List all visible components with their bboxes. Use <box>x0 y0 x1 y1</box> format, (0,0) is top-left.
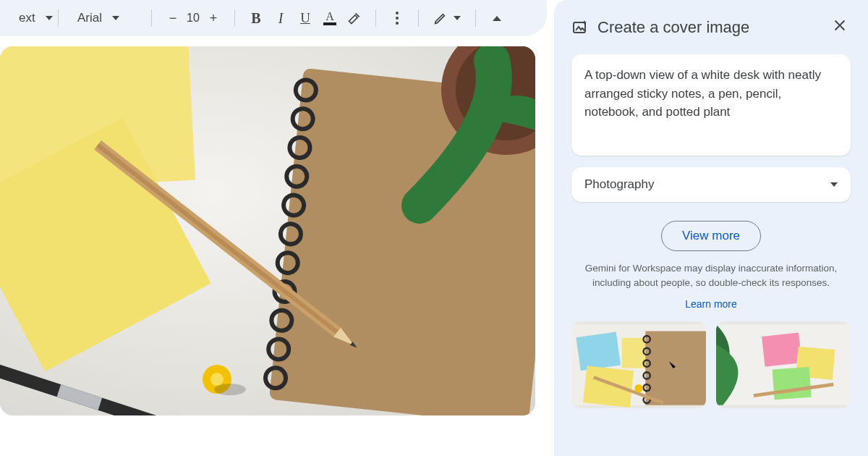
style-selected-label: Photography <box>584 177 654 192</box>
kebab-icon <box>396 12 399 25</box>
paragraph-style-dropdown[interactable]: ext <box>10 11 48 25</box>
font-size-value[interactable]: 10 <box>185 6 201 30</box>
svg-rect-32 <box>576 332 621 371</box>
chevron-down-icon <box>46 16 53 20</box>
create-cover-panel: Create a cover image A top-down view of … <box>554 0 868 456</box>
formatting-toolbar: ext Arial − 10 + B I U A <box>0 0 547 36</box>
learn-more-link[interactable]: Learn more <box>571 298 851 310</box>
view-more-button[interactable]: View more <box>661 221 761 251</box>
collapse-toolbar-button[interactable] <box>486 6 508 30</box>
generated-thumbnails <box>571 321 851 408</box>
pencil-icon <box>433 11 448 25</box>
highlighter-icon <box>347 11 362 25</box>
document-canvas <box>0 36 547 456</box>
svg-point-43 <box>634 384 642 392</box>
svg-rect-47 <box>773 366 812 399</box>
paragraph-style-label: ext <box>14 11 40 25</box>
chevron-down-icon <box>454 16 461 20</box>
thumbnail-1[interactable] <box>571 321 706 408</box>
close-button[interactable] <box>829 13 851 41</box>
svg-point-29 <box>214 384 246 395</box>
svg-rect-45 <box>762 332 801 366</box>
increase-font-size-button[interactable]: + <box>203 6 224 30</box>
text-color-letter: A <box>326 12 334 22</box>
chevron-up-icon <box>493 16 501 21</box>
decrease-font-size-button[interactable]: − <box>162 6 184 30</box>
svg-point-28 <box>210 373 224 386</box>
thumbnail-2[interactable] <box>716 321 851 408</box>
svg-rect-35 <box>645 331 706 405</box>
more-options-button[interactable] <box>386 6 408 30</box>
prompt-text: A top-down view of a white desk with nea… <box>584 66 838 122</box>
toolbar-separator <box>375 9 376 27</box>
toolbar-separator <box>151 9 152 27</box>
editing-mode-dropdown[interactable] <box>429 11 465 25</box>
panel-title: Create a cover image <box>597 18 820 37</box>
toolbar-separator <box>234 9 235 27</box>
style-dropdown[interactable]: Photography <box>571 167 851 202</box>
image-sparkle-icon <box>571 19 589 36</box>
underline-button[interactable]: U <box>294 6 316 30</box>
italic-button[interactable]: I <box>270 6 292 30</box>
text-color-button[interactable]: A <box>319 6 341 30</box>
highlight-button[interactable] <box>344 6 365 30</box>
chevron-down-icon <box>830 182 838 187</box>
font-family-label: Arial <box>73 11 106 25</box>
cover-image[interactable] <box>0 46 535 415</box>
prompt-input[interactable]: A top-down view of a white desk with nea… <box>571 54 851 156</box>
chevron-down-icon <box>112 16 119 20</box>
disclaimer-text: Gemini for Workspace may display inaccur… <box>571 261 851 291</box>
close-icon <box>832 17 848 33</box>
toolbar-separator <box>58 9 59 27</box>
font-size-stepper: − 10 + <box>162 6 224 30</box>
bold-button[interactable]: B <box>245 6 267 30</box>
svg-rect-34 <box>583 366 634 408</box>
font-family-dropdown[interactable]: Arial <box>69 11 141 25</box>
toolbar-separator <box>418 9 419 27</box>
text-color-bar <box>323 22 336 25</box>
toolbar-separator <box>475 9 476 27</box>
